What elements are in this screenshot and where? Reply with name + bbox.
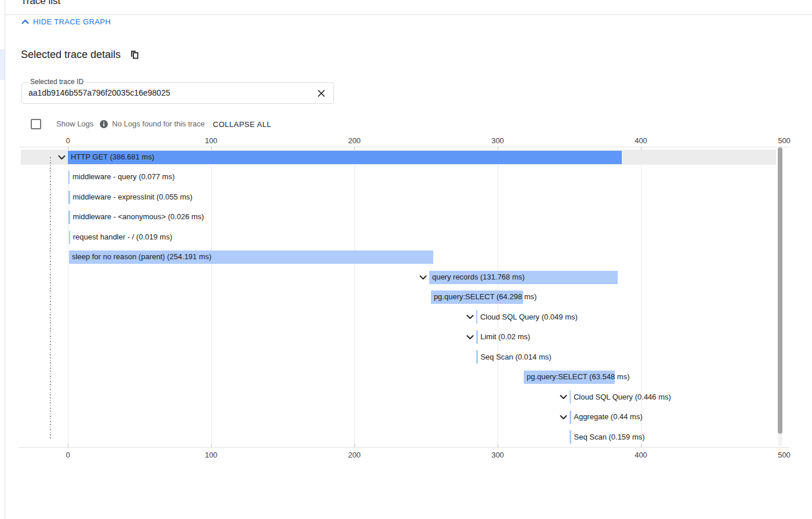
span-duration-bar[interactable] [69, 231, 71, 244]
time-axis-label: 400 [635, 451, 647, 459]
trace-span-row[interactable]: HTTP GET (386.681 ms) [19, 147, 789, 167]
trace-span-row[interactable]: Aggregate (0.44 ms) [19, 407, 789, 427]
span-duration-bar[interactable] [476, 350, 478, 364]
close-icon [317, 89, 326, 98]
time-axis-bottom: 0100200300400500 [0, 451, 812, 460]
expander-chevron-down-icon[interactable] [559, 413, 568, 422]
trace-span-row[interactable]: query records (131.768 ms) [19, 267, 789, 287]
span-label: Seq Scan (0.014 ms) [480, 347, 551, 367]
time-axis-label: 500 [778, 136, 791, 145]
time-axis-label: 300 [491, 136, 504, 145]
span-label: middleware - expressInit (0.055 ms) [72, 187, 193, 207]
trace-span-row[interactable]: pg.query:SELECT (64.298 ms) [19, 287, 789, 307]
trace-span-row[interactable]: sleep for no reason (parent) (254.191 ms… [19, 247, 789, 267]
span-duration-bar[interactable] [68, 170, 70, 184]
trace-waterfall-chart: HTTP GET (386.681 ms)middleware - query … [19, 147, 789, 448]
time-axis-label: 0 [66, 451, 70, 459]
trace-span-row[interactable]: Seq Scan (0.159 ms) [19, 427, 789, 447]
trace-span-row[interactable]: Limit (0.02 ms) [19, 327, 789, 347]
trace-list-title: Trace list [21, 0, 60, 7]
left-panel-edge [0, 0, 5, 519]
trace-span-row[interactable]: Cloud SQL Query (0.049 ms) [19, 307, 789, 327]
chart-scrollbar-track[interactable] [778, 147, 782, 447]
hide-trace-graph-button[interactable]: HIDE TRACE GRAPH [21, 17, 111, 26]
span-duration-bar[interactable] [68, 191, 70, 204]
chart-scrollbar-thumb[interactable] [778, 147, 782, 434]
trace-id-field-value: aa1db9146b557a796f20035c16e98025 [28, 83, 170, 103]
span-duration-bar[interactable] [570, 411, 571, 424]
expander-chevron-down-icon[interactable] [466, 333, 474, 342]
time-axis-top: 0100200300400500 [0, 136, 812, 146]
span-label: Limit (0.02 ms) [480, 327, 530, 347]
collapse-all-button[interactable]: COLLAPSE ALL [213, 120, 271, 129]
span-label: middleware - query (0.077 ms) [72, 167, 175, 187]
trace-span-row[interactable]: middleware - query (0.077 ms) [19, 167, 789, 187]
time-axis-label: 300 [491, 451, 504, 459]
span-duration-bar[interactable] [570, 390, 571, 404]
tree-connector-dotted-line [50, 157, 51, 439]
expander-chevron-down-icon[interactable] [57, 153, 66, 162]
section-divider [5, 14, 812, 15]
span-label: Cloud SQL Query (0.446 ms) [574, 387, 671, 407]
expander-chevron-down-icon[interactable] [466, 313, 474, 321]
show-logs-label: Show Logs [56, 119, 93, 128]
page-title: Selected trace details [21, 49, 121, 61]
expander-chevron-down-icon[interactable] [559, 393, 568, 401]
span-label: request handler - / (0.019 ms) [73, 227, 172, 247]
show-logs-checkbox[interactable] [31, 119, 41, 129]
span-label: pg.query:SELECT (64.298 ms) [434, 287, 537, 307]
clear-trace-id-button[interactable] [316, 88, 327, 99]
info-icon[interactable] [99, 119, 108, 129]
span-label: Aggregate (0.44 ms) [574, 407, 643, 427]
chevron-up-icon [21, 17, 30, 26]
time-axis-label: 200 [348, 136, 361, 145]
trace-span-row[interactable]: Seq Scan (0.014 ms) [19, 347, 789, 367]
selected-trace-id-field[interactable]: Selected trace ID aa1db9146b557a796f2003… [21, 82, 334, 104]
logs-controls-row: Show Logs No Logs found for this trace [31, 119, 205, 129]
trace-span-row[interactable]: middleware - expressInit (0.055 ms) [19, 187, 789, 207]
trace-details-page: Trace list HIDE TRACE GRAPH Selected tra… [0, 0, 812, 519]
copy-icon [130, 50, 140, 60]
no-logs-message: No Logs found for this trace [112, 119, 205, 128]
span-label: HTTP GET (386.681 ms) [71, 147, 154, 167]
hide-trace-graph-label: HIDE TRACE GRAPH [33, 17, 111, 26]
details-heading-row: Selected trace details [21, 49, 140, 61]
span-label: middleware - <anonymous> (0.026 ms) [72, 207, 204, 227]
left-panel-selection-strip [0, 49, 5, 80]
trace-span-row[interactable]: Cloud SQL Query (0.446 ms) [19, 387, 789, 407]
span-duration-bar[interactable] [476, 331, 478, 344]
span-duration-bar[interactable] [570, 430, 571, 444]
trace-span-row[interactable]: pg.query:SELECT (63.548 ms) [19, 367, 789, 387]
time-axis-label: 100 [205, 451, 217, 459]
expander-chevron-down-icon[interactable] [419, 273, 427, 282]
span-label: query records (131.768 ms) [432, 267, 525, 287]
time-axis-label: 200 [348, 451, 361, 459]
span-label: Seq Scan (0.159 ms) [574, 427, 644, 447]
time-axis-label: 500 [778, 451, 791, 459]
time-axis-label: 0 [66, 136, 70, 145]
span-duration-bar[interactable] [476, 310, 478, 324]
span-label: Cloud SQL Query (0.049 ms) [480, 307, 578, 327]
span-label: sleep for no reason (parent) (254.191 ms… [72, 247, 212, 267]
trace-span-row[interactable]: middleware - <anonymous> (0.026 ms) [19, 207, 789, 227]
span-label: pg.query:SELECT (63.548 ms) [527, 367, 630, 387]
time-axis-label: 400 [635, 136, 647, 145]
time-axis-label: 100 [205, 136, 217, 145]
trace-span-row[interactable]: request handler - / (0.019 ms) [19, 227, 789, 247]
span-duration-bar[interactable] [68, 210, 70, 224]
copy-button[interactable] [130, 50, 140, 60]
